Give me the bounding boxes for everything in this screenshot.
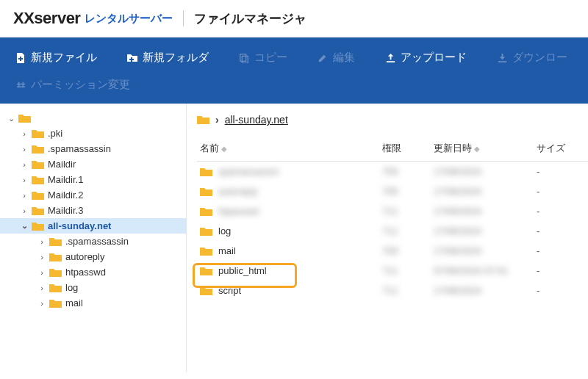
tree-item-label: log [65, 282, 78, 293]
new-folder-label: 新規フォルダ [143, 51, 209, 65]
upload-button[interactable]: アップロード [384, 51, 467, 65]
file-modified: 17/08/2024 [434, 206, 537, 217]
app-title: ファイルマネージャ [194, 10, 306, 27]
table-header: 名前◆ 権限 更新日時◆ サイズ [197, 136, 588, 162]
breadcrumb-current[interactable]: all-sunday.net [225, 114, 288, 126]
tree-item-autoreply[interactable]: ›autoreply [0, 249, 186, 264]
file-perm: 711 [382, 285, 434, 296]
sort-icon: ◆ [474, 145, 480, 153]
permission-button: パーミッション変更 [15, 78, 130, 92]
folder-icon [200, 187, 212, 197]
col-perm-header[interactable]: 権限 [382, 142, 434, 155]
file-modified: 17/08/2024 [434, 186, 537, 197]
col-name-header[interactable]: 名前◆ [197, 142, 382, 155]
file-perm: 755 [382, 186, 434, 197]
file-name: log [218, 225, 231, 237]
table-row[interactable]: htpasswd71117/08/2024- [197, 201, 588, 221]
tree-item-htpasswd[interactable]: ›htpasswd [0, 264, 186, 280]
tree-item-log[interactable]: ›log [0, 280, 186, 295]
table-row[interactable]: public_html71107/08/2024 07:01- [197, 261, 588, 281]
tree-item-mail[interactable]: ›mail [0, 295, 186, 311]
app-header: XXserver レンタルサーバー ファイルマネージャ [0, 0, 588, 37]
table-row[interactable]: autoreply75517/08/2024- [197, 181, 588, 201]
folder-icon [49, 252, 62, 262]
tree-item-label: htpasswd [65, 267, 106, 278]
chevron-down-icon: ⌄ [21, 221, 28, 231]
tree-item-label: .pki [48, 128, 62, 139]
tree-item-maildir-1[interactable]: ›Maildir.1 [0, 172, 186, 187]
edit-button: 編集 [317, 51, 355, 65]
chevron-right-icon: › [38, 284, 46, 292]
tree-root[interactable]: ⌄ [0, 111, 186, 126]
file-size: - [537, 265, 588, 276]
folder-icon [200, 206, 212, 217]
brand-subtitle: レンタルサーバー [85, 12, 173, 26]
new-file-button[interactable]: 新規ファイル [15, 51, 97, 65]
folder-icon [32, 175, 44, 185]
chevron-right-icon: › [38, 299, 46, 308]
edit-label: 編集 [333, 51, 355, 65]
file-size: - [537, 206, 588, 217]
chevron-right-icon: › [21, 206, 28, 215]
folder-icon [32, 159, 44, 170]
chevron-right-icon: › [21, 145, 28, 154]
file-size: - [537, 166, 588, 177]
tree-item-maildir[interactable]: ›Maildir [0, 156, 186, 172]
chevron-right-icon: › [38, 237, 46, 246]
file-name: spamassassin [218, 166, 279, 177]
file-size: - [537, 225, 588, 237]
tree-item-label: mail [65, 297, 83, 308]
tree-item-label: .spamassassin [48, 143, 111, 154]
file-perm: 711 [382, 225, 434, 237]
file-name: public_html [218, 265, 267, 276]
file-list-panel: › all-sunday.net 名前◆ 権限 更新日時◆ サイズ spamas… [187, 104, 588, 372]
folder-icon [32, 129, 44, 139]
col-mod-header[interactable]: 更新日時◆ [434, 142, 537, 155]
folder-icon [32, 190, 44, 201]
upload-label: アップロード [401, 51, 467, 65]
table-row[interactable]: log71117/08/2024- [197, 221, 588, 241]
folder-plus-icon [126, 52, 138, 64]
folder-icon [49, 283, 62, 293]
chevron-right-icon: › [38, 253, 46, 261]
tree-item--pki[interactable]: ›.pki [0, 126, 186, 141]
copy-icon [238, 52, 250, 64]
folder-icon [200, 266, 212, 276]
download-button: ダウンロー [496, 51, 567, 65]
folder-icon [32, 206, 44, 216]
svg-rect-1 [242, 56, 248, 63]
new-folder-button[interactable]: 新規フォルダ [126, 51, 209, 65]
copy-button: コピー [238, 51, 287, 65]
chevron-right-icon: › [21, 191, 28, 200]
tree-item-label: Maildir.2 [48, 190, 83, 201]
file-name: mail [218, 245, 236, 256]
download-icon [496, 52, 508, 64]
col-size-header[interactable]: サイズ [537, 142, 588, 155]
pencil-icon [317, 52, 329, 64]
file-perm: 755 [382, 166, 434, 177]
file-size: - [537, 285, 588, 296]
brand-logo: XXserver [13, 9, 80, 28]
table-row[interactable]: spamassassin75517/08/2024- [197, 162, 588, 181]
chevron-right-icon: › [21, 160, 28, 169]
tree-item--spamassassin[interactable]: ›.spamassassin [0, 141, 186, 156]
table-row[interactable]: mail70017/08/2024- [197, 241, 588, 261]
permission-icon [15, 79, 26, 91]
tree-item-maildir-3[interactable]: ›Maildir.3 [0, 203, 186, 218]
file-size: - [537, 186, 588, 197]
file-name: autoreply [218, 186, 257, 197]
file-perm: 711 [382, 206, 434, 217]
file-table: 名前◆ 権限 更新日時◆ サイズ spamassassin75517/08/20… [197, 136, 588, 300]
folder-icon [200, 246, 212, 256]
file-modified: 07/08/2024 07:01 [434, 265, 537, 276]
file-modified: 17/08/2024 [434, 166, 537, 177]
file-name: htpasswd [218, 206, 259, 217]
header-divider [183, 10, 184, 26]
tree-item-maildir-2[interactable]: ›Maildir.2 [0, 187, 186, 203]
tree-item-all-sunday-net[interactable]: ⌄all-sunday.net [0, 218, 186, 234]
svg-rect-0 [240, 54, 246, 61]
tree-item-label: Maildir.1 [48, 174, 83, 185]
file-perm: 711 [382, 265, 434, 276]
chevron-right-icon: › [21, 129, 28, 138]
tree-item--spamassassin[interactable]: ›.spamassassin [0, 234, 186, 249]
